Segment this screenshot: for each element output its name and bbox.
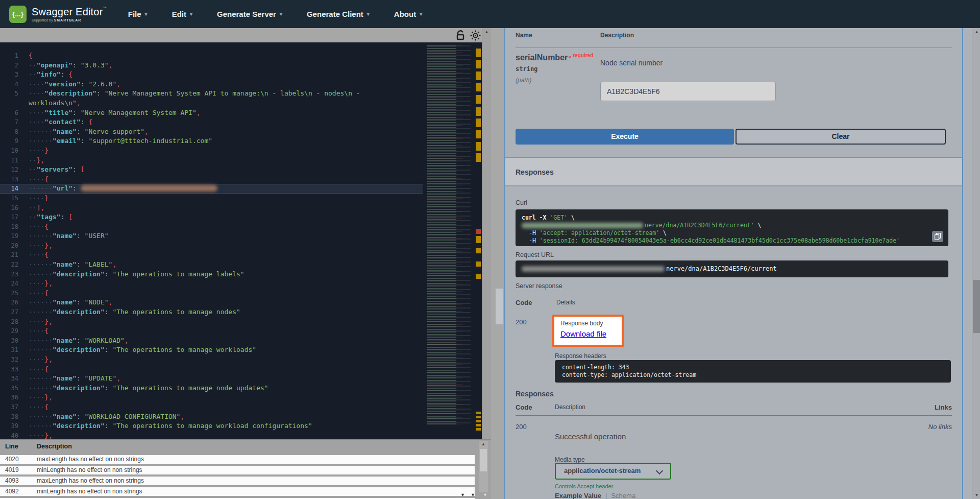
code-line: 2··"openapi": "3.0.3", [0, 61, 424, 70]
chevron-down-icon: ▾ [420, 11, 422, 17]
chevron-down-icon: ▾ [145, 11, 148, 17]
menu-file[interactable]: File▾ [128, 10, 148, 18]
scroll-down-arrow-icon-2[interactable]: ▼ [471, 492, 475, 497]
warning-marker [476, 153, 481, 162]
code-line: 26······"name": "NODE", [0, 298, 424, 307]
problem-row[interactable]: 4093maxLength has no effect on non strin… [0, 477, 475, 485]
code-line: 35······"description": "The operations t… [0, 384, 424, 393]
code-line: 24····}, [0, 279, 424, 289]
server-response-label: Server response [516, 282, 562, 290]
copy-to-clipboard-button[interactable] [932, 231, 943, 242]
code-line: 22······"name": "LABEL", [0, 260, 424, 270]
api-panel-scroll-thumb[interactable] [973, 280, 980, 333]
menu-about[interactable]: About▾ [394, 10, 422, 18]
warning-marker [476, 107, 481, 116]
menu-generate-client[interactable]: Generate Client▾ [307, 10, 370, 18]
problems-scrollbar[interactable]: ▲ [479, 441, 488, 492]
code-line: 1{ [0, 51, 424, 61]
problem-row[interactable]: 4092minLength has no effect on non strin… [0, 487, 475, 496]
code-line: 18····{ [0, 222, 424, 232]
settings-gear-icon[interactable] [470, 30, 481, 43]
code-line: 6····"title": "Nerve Management System A… [0, 108, 424, 118]
code-line: workloads\n", [0, 99, 424, 108]
warning-marker [476, 236, 481, 243]
rt-code-value: 200 [516, 423, 527, 431]
code-line: 21····{ [0, 250, 424, 260]
tab-separator: | [605, 492, 607, 499]
problems-scroll-up-icon[interactable]: ▲ [479, 442, 488, 446]
code-line: 20····}, [0, 241, 424, 251]
code-line: 12··"servers": [ [0, 165, 424, 175]
rt-desc-header: Description [555, 403, 585, 411]
code-line: 7····"contact": { [0, 117, 424, 127]
chevron-down-icon: ▾ [190, 11, 192, 17]
scroll-down-arrow-icon[interactable]: ▼ [972, 493, 980, 497]
code-editor[interactable]: 1{2··"openapi": "3.0.3",3··"info": {4···… [0, 42, 503, 439]
response-body-label: Response body [560, 320, 616, 327]
code-line: 19······"name": "USER" [0, 231, 424, 241]
responses-table-title: Responses [516, 390, 554, 398]
media-type-label: Media type [555, 456, 585, 463]
code-line: 11··}, [0, 156, 424, 165]
warning-marker [476, 72, 481, 80]
problems-scroll-thumb[interactable] [480, 449, 487, 471]
required-label: required [573, 53, 593, 58]
warning-marker [476, 248, 481, 253]
code-line: 28····}, [0, 317, 424, 327]
brand-text: Swagger Editor™ Supported by SMARTBEAR [32, 6, 107, 22]
code-line: 34······"name": "UPDATE", [0, 374, 424, 384]
execute-button[interactable]: Execute [516, 129, 734, 145]
api-panel-scrollbar[interactable]: ▲ ▼ [972, 28, 980, 499]
scroll-up-arrow-icon[interactable]: ▲ [972, 30, 980, 34]
warning-marker [476, 49, 481, 57]
code-line: 3··"info": { [0, 70, 424, 80]
pane-splitter[interactable] [491, 28, 504, 499]
serial-number-input[interactable]: A1B2C3D4E5F6 [600, 82, 776, 101]
warning-marker [476, 262, 481, 267]
editor-scrollbar[interactable]: ▲ [482, 28, 491, 439]
menu-generate-server[interactable]: Generate Server▾ [217, 10, 282, 18]
code-line: 31······"description": "The operations t… [0, 345, 424, 355]
code-line: 17··"tags": [ [0, 212, 424, 222]
warning-marker [476, 412, 481, 414]
minimap[interactable] [423, 42, 475, 439]
unlock-icon[interactable] [456, 30, 465, 42]
warning-marker [476, 95, 481, 104]
download-file-link[interactable]: Download file [560, 329, 606, 338]
code-line: 33····{ [0, 365, 424, 374]
param-location: (path) [516, 77, 531, 84]
rt-code-header: Code [516, 403, 532, 411]
curl-line-1: curl -X 'GET' \ [522, 214, 942, 222]
scroll-down-arrow-icon-3[interactable]: ▼ [483, 492, 487, 497]
code-line: 16··], [0, 203, 424, 213]
code-line: 39······"description": "The operations t… [0, 421, 424, 431]
problem-row[interactable]: 4020maxLength has no effect on non strin… [0, 455, 475, 464]
warning-marker [476, 428, 481, 431]
media-type-select[interactable]: application/octet-stream [555, 463, 671, 480]
code-line: 13····{ [0, 175, 424, 184]
problems-desc-header: Description [37, 443, 72, 450]
divider [516, 47, 952, 48]
menu-edit[interactable]: Edit▾ [172, 10, 192, 18]
rt-links-header: Links [909, 403, 952, 411]
responses-section-title: Responses [516, 168, 554, 176]
swagger-logo-icon: {…} [9, 6, 27, 23]
clear-button[interactable]: Clear [736, 129, 946, 145]
accept-header-hint: Controls Accept header. [555, 483, 615, 489]
scroll-up-arrow-icon[interactable]: ▲ [482, 30, 491, 34]
warning-marker [476, 60, 481, 68]
response-header-line: content-length: 343 [562, 364, 944, 371]
curl-line-2: nerve/dna/A1B2C3D4E5F6/current' \ [522, 222, 942, 229]
left-pane-scroll-thumb[interactable] [496, 289, 503, 324]
warning-marker [476, 130, 481, 138]
response-headers-box: content-length: 343 content-type: applic… [555, 360, 951, 383]
code-line: 4····"version": "2.6.0", [0, 80, 424, 89]
problems-list: 4020maxLength has no effect on non strin… [0, 455, 475, 499]
warning-marker [476, 416, 481, 418]
curl-label: Curl [516, 199, 527, 206]
tab-schema[interactable]: Schema [611, 492, 635, 499]
tab-example-value[interactable]: Example Value [555, 492, 601, 499]
problems-panel: Line Description 4020maxLength has no ef… [0, 439, 491, 499]
scroll-down-arrow-icon[interactable]: ▼ [460, 492, 465, 497]
problem-row[interactable]: 4019minLength has no effect on non strin… [0, 466, 475, 474]
